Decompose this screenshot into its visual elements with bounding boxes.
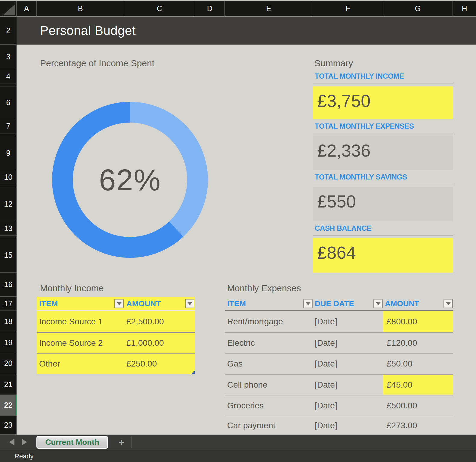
income-header-item: ITEM bbox=[39, 299, 58, 308]
expense-row-gas[interactable]: Gas [Date] £50.00 bbox=[225, 353, 453, 374]
expense-item-cell[interactable]: Gas bbox=[227, 359, 243, 369]
title-banner[interactable]: Personal Budget bbox=[17, 17, 476, 45]
summary-label-savings: TOTAL MONTHLY SAVINGS bbox=[313, 170, 453, 184]
expense-table-title: Monthly Expenses bbox=[227, 283, 301, 293]
expense-amount-cell[interactable]: £800.00 bbox=[387, 317, 417, 326]
row-header-11-collapsed[interactable] bbox=[0, 184, 17, 187]
summary-label-expenses: TOTAL MONTHLY EXPENSES bbox=[313, 119, 453, 133]
row-header-5-collapsed[interactable] bbox=[0, 83, 17, 86]
summary-title: Summary bbox=[314, 58, 353, 68]
filter-dropdown-icon bbox=[187, 302, 192, 305]
sheet-tab-current-month[interactable]: Current Month bbox=[36, 436, 108, 449]
column-header-e[interactable]: E bbox=[225, 1, 313, 17]
expense-due-date-cell[interactable]: [Date] bbox=[315, 338, 337, 348]
row-header-9[interactable]: 9 bbox=[0, 136, 17, 170]
row-header-19[interactable]: 19 bbox=[0, 332, 17, 353]
income-row-2[interactable]: Income Source 2 £1,000.00 bbox=[37, 332, 195, 353]
row-header-13[interactable]: 13 bbox=[0, 221, 17, 236]
row-header-3[interactable]: 3 bbox=[0, 45, 17, 69]
status-bar: Ready bbox=[0, 450, 476, 462]
row-header-18[interactable]: 18 bbox=[0, 311, 17, 332]
expense-row-cell-phone[interactable]: Cell phone [Date] £45.00 bbox=[225, 374, 453, 395]
row-header-8-collapsed[interactable] bbox=[0, 133, 17, 136]
row-header-6[interactable]: 6 bbox=[0, 86, 17, 119]
page-title: Personal Budget bbox=[40, 23, 136, 38]
column-header-a[interactable]: A bbox=[17, 1, 37, 17]
expense-row-electric[interactable]: Electric [Date] £120.00 bbox=[225, 332, 453, 353]
expense-due-date-cell[interactable]: [Date] bbox=[315, 317, 337, 326]
expense-item-cell[interactable]: Cell phone bbox=[227, 380, 267, 390]
column-header-b[interactable]: B bbox=[37, 1, 124, 17]
income-header-amount: AMOUNT bbox=[126, 299, 161, 308]
row-header-23[interactable]: 23 bbox=[0, 416, 17, 435]
summary-label-income: TOTAL MONTHLY INCOME bbox=[313, 69, 453, 83]
row-header-10[interactable]: 10 bbox=[0, 170, 17, 184]
income-amount-cell[interactable]: £250.00 bbox=[126, 359, 157, 369]
column-header-h[interactable]: H bbox=[453, 1, 476, 17]
row-header-12[interactable]: 12 bbox=[0, 187, 17, 221]
row-header-7[interactable]: 7 bbox=[0, 119, 17, 133]
add-sheet-button[interactable]: + bbox=[116, 435, 128, 449]
row-header-15[interactable]: 15 bbox=[0, 238, 17, 273]
expense-row-car-payment[interactable]: Car payment [Date] £273.00 bbox=[225, 416, 453, 435]
expense-row-groceries[interactable]: Groceries [Date] £500.00 bbox=[225, 395, 453, 416]
expense-amount-filter-button[interactable] bbox=[444, 299, 453, 308]
income-amount-cell[interactable]: £2,500.00 bbox=[126, 317, 164, 326]
spreadsheet-app: A B C D E F G H 2 3 4 6 7 9 10 12 13 15 … bbox=[0, 0, 476, 462]
previous-sheet-arrow-icon[interactable] bbox=[9, 439, 14, 445]
income-amount-cell[interactable]: £1,000.00 bbox=[126, 338, 164, 348]
expense-due-date-cell[interactable]: [Date] bbox=[315, 401, 337, 410]
summary-value-expenses-cell[interactable]: £2,336 bbox=[313, 136, 453, 170]
expense-amount-cell[interactable]: £50.00 bbox=[387, 359, 413, 369]
row-header-20[interactable]: 20 bbox=[0, 353, 17, 374]
income-item-cell[interactable]: Income Source 2 bbox=[39, 338, 103, 348]
sheet-tab-strip: Current Month + bbox=[0, 435, 476, 450]
select-all-triangle-icon bbox=[3, 4, 15, 15]
expense-due-date-cell[interactable]: [Date] bbox=[315, 359, 337, 369]
expense-header-amount: AMOUNT bbox=[385, 299, 419, 308]
income-item-cell[interactable]: Other bbox=[39, 359, 60, 369]
expense-item-cell[interactable]: Groceries bbox=[227, 401, 264, 410]
row-header-22-selected[interactable]: 22 bbox=[0, 395, 17, 416]
column-header-f[interactable]: F bbox=[313, 1, 383, 17]
summary-value-income-cell[interactable]: £3,750 bbox=[313, 86, 453, 119]
filter-dropdown-icon bbox=[376, 302, 381, 305]
row-header-17[interactable]: 17 bbox=[0, 297, 17, 311]
donut-chart[interactable]: 62% bbox=[52, 102, 208, 258]
donut-hole: 62% bbox=[73, 123, 187, 237]
next-sheet-arrow-icon[interactable] bbox=[22, 439, 27, 445]
donut-center-label: 62% bbox=[99, 163, 161, 197]
income-table-header: ITEM AMOUNT bbox=[37, 297, 195, 311]
expense-item-cell[interactable]: Electric bbox=[227, 338, 255, 348]
income-item-cell[interactable]: Income Source 1 bbox=[39, 317, 103, 326]
expense-item-cell[interactable]: Rent/mortgage bbox=[227, 317, 283, 326]
expense-item-filter-button[interactable] bbox=[303, 299, 313, 308]
column-header-g[interactable]: G bbox=[383, 1, 453, 17]
expense-due-date-cell[interactable]: [Date] bbox=[315, 421, 337, 430]
summary-value-savings-cell[interactable]: £550 bbox=[313, 187, 453, 221]
income-row-3[interactable]: Other £250.00 bbox=[37, 353, 195, 374]
row-header-14-collapsed[interactable] bbox=[0, 236, 17, 238]
expense-due-date-cell[interactable]: [Date] bbox=[315, 380, 337, 390]
row-header-21[interactable]: 21 bbox=[0, 374, 17, 395]
select-all-button[interactable] bbox=[0, 1, 17, 17]
expense-header-due-date: DUE DATE bbox=[315, 299, 354, 308]
summary-value-cash-balance-cell[interactable]: £864 bbox=[313, 238, 453, 273]
income-item-filter-button[interactable] bbox=[114, 299, 124, 308]
expense-due-date-filter-button[interactable] bbox=[373, 299, 383, 308]
expense-item-cell[interactable]: Car payment bbox=[227, 421, 275, 430]
expense-amount-cell[interactable]: £120.00 bbox=[387, 338, 417, 348]
chart-title: Percentage of Income Spent bbox=[40, 58, 154, 68]
row-header-16[interactable]: 16 bbox=[0, 273, 17, 297]
expense-row-rent[interactable]: Rent/mortgage [Date] £800.00 bbox=[225, 311, 453, 332]
column-header-d[interactable]: D bbox=[195, 1, 225, 17]
row-header-4[interactable]: 4 bbox=[0, 69, 17, 83]
income-amount-filter-button[interactable] bbox=[185, 299, 194, 308]
expense-amount-cell[interactable]: £500.00 bbox=[387, 401, 417, 410]
expense-amount-cell[interactable]: £45.00 bbox=[387, 380, 413, 390]
expense-amount-cell[interactable]: £273.00 bbox=[387, 421, 417, 430]
filter-dropdown-icon bbox=[446, 302, 451, 305]
row-header-2[interactable]: 2 bbox=[0, 17, 17, 45]
column-header-c[interactable]: C bbox=[124, 1, 195, 17]
income-row-1[interactable]: Income Source 1 £2,500.00 bbox=[37, 311, 195, 332]
